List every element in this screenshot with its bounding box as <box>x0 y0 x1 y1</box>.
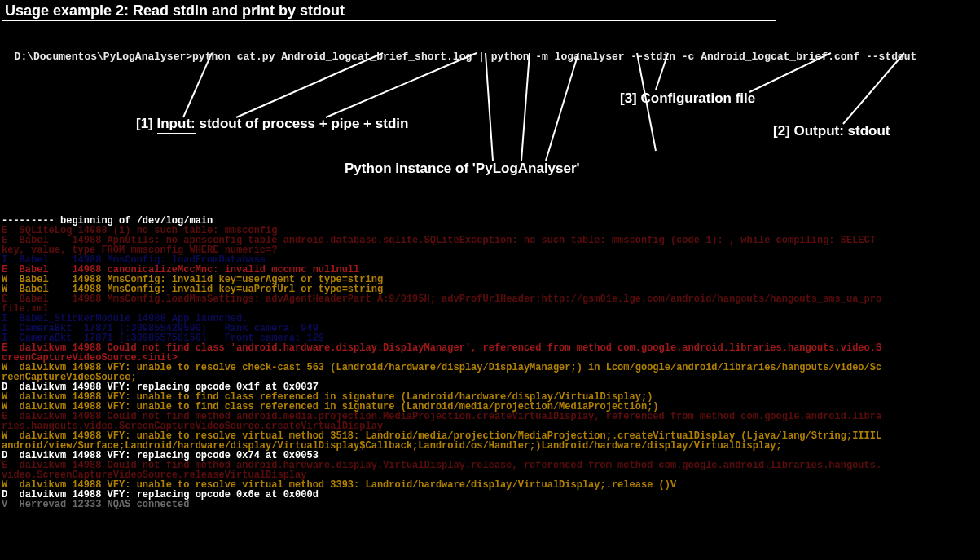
svg-line-8 <box>521 53 530 161</box>
annotation-input-rest: stdout of process + pipe + stdin <box>196 116 409 131</box>
svg-line-7 <box>486 53 493 161</box>
command-text: python cat.py Android_logcat_brief_short… <box>192 51 916 63</box>
svg-line-9 <box>546 53 578 161</box>
annotation-input-word: Input: <box>157 116 196 134</box>
log-line: V Herrevad 12333 NQAS connected <box>2 499 189 510</box>
page-title: Usage example 2: Read stdin and print by… <box>2 0 776 21</box>
annotation-output: [2] Output: stdout <box>773 124 890 138</box>
prompt-path: D:\Documentos\PyLogAnalyser> <box>15 51 192 63</box>
annotation-python: Python instance of 'PyLogAnalyser' <box>345 161 580 175</box>
terminal-command-line: D:\Documentos\PyLogAnalyser>python cat.p… <box>2 41 916 62</box>
annotation-input-num: [1] <box>136 116 153 131</box>
log-output: --------- beginning of /dev/log/main E S… <box>2 216 881 509</box>
annotation-config: [3] Configuration file <box>620 91 755 105</box>
svg-line-6 <box>843 53 904 124</box>
log-line: E Babel 14988 MmsConfig.loadMmsSettings:… <box>2 293 881 305</box>
annotation-input: [1] Input: stdout of process + pipe + st… <box>136 117 408 130</box>
